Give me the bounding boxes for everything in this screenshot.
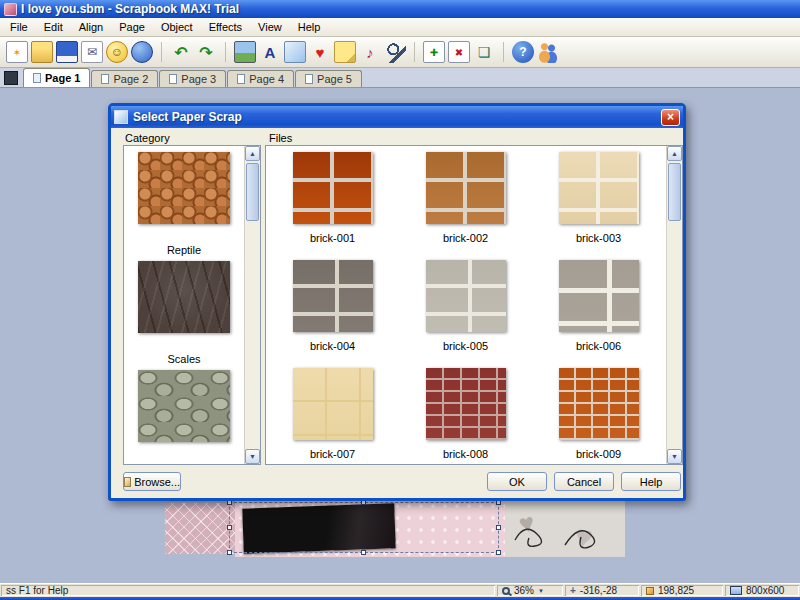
redo-icon[interactable]: ↷ xyxy=(195,41,217,63)
new-document-icon[interactable]: ✶ xyxy=(6,41,28,63)
resolution-value: 800x600 xyxy=(746,585,784,596)
browse-button[interactable]: Browse... xyxy=(123,472,181,491)
menu-item[interactable]: Page xyxy=(111,19,153,35)
file-item[interactable]: brick-007 xyxy=(266,366,399,464)
file-name: brick-007 xyxy=(310,448,355,460)
file-item[interactable]: brick-009 xyxy=(532,366,665,464)
page-tab[interactable]: Page 5 xyxy=(295,70,362,87)
page-tab[interactable]: Page 3 xyxy=(159,70,226,87)
page-tab[interactable]: Page 2 xyxy=(91,70,158,87)
scrollbar-track[interactable] xyxy=(245,161,260,449)
page-tab[interactable]: Page 1 xyxy=(23,68,90,87)
scrollbar-track[interactable] xyxy=(667,161,682,449)
ok-button[interactable]: OK xyxy=(487,472,547,491)
category-thumbnail[interactable] xyxy=(138,370,230,442)
menu-item[interactable]: Effects xyxy=(201,19,250,35)
embellishment-icon[interactable]: ♥ xyxy=(309,41,331,63)
page-tab-label: Page 1 xyxy=(45,72,80,84)
menu-item[interactable]: Align xyxy=(71,19,111,35)
category-item[interactable] xyxy=(124,364,244,464)
selection-handle[interactable] xyxy=(361,550,366,555)
file-item[interactable]: brick-008 xyxy=(399,366,532,464)
help-icon[interactable]: ? xyxy=(512,41,534,63)
category-thumbnail[interactable] xyxy=(138,261,230,333)
category-item[interactable]: Scales xyxy=(124,255,244,364)
selection-handle[interactable] xyxy=(496,525,501,530)
page-tab[interactable]: Page 4 xyxy=(227,70,294,87)
file-thumbnail[interactable] xyxy=(426,368,506,440)
page-tab-label: Page 5 xyxy=(317,73,352,85)
dialog-body: Category Files Reptile Scales xyxy=(111,128,683,501)
open-folder-icon[interactable] xyxy=(31,41,53,63)
menu-item[interactable]: Edit xyxy=(36,19,71,35)
undo-icon[interactable]: ↶ xyxy=(170,41,192,63)
app-icon xyxy=(4,3,17,16)
menu-item[interactable]: Help xyxy=(290,19,329,35)
selection-handle[interactable] xyxy=(227,550,232,555)
status-zoom[interactable]: 36% ▼ xyxy=(497,585,563,596)
dialog-titlebar[interactable]: Select Paper Scrap × xyxy=(111,106,683,128)
delete-page-icon[interactable]: ✖ xyxy=(448,41,470,63)
page-list-icon[interactable] xyxy=(4,71,18,85)
scrapbook-page-content[interactable] xyxy=(165,500,625,557)
scroll-up-icon[interactable]: ▲ xyxy=(245,146,260,161)
publish-icon[interactable] xyxy=(131,41,153,63)
category-scrollbar[interactable]: ▲ ▼ xyxy=(244,146,260,464)
selection-handle[interactable] xyxy=(496,550,501,555)
zoom-dropdown-icon[interactable]: ▼ xyxy=(538,588,544,594)
text-icon[interactable]: A xyxy=(259,41,281,63)
menu-item[interactable]: View xyxy=(250,19,290,35)
file-thumbnail[interactable] xyxy=(293,152,373,224)
scrollbar-thumb[interactable] xyxy=(246,163,259,221)
files-scrollbar[interactable]: ▲ ▼ xyxy=(666,146,682,464)
file-thumbnail[interactable] xyxy=(293,260,373,332)
selection-box[interactable] xyxy=(229,502,499,553)
cancel-button[interactable]: Cancel xyxy=(554,472,614,491)
note-icon[interactable] xyxy=(334,41,356,63)
add-page-icon[interactable]: ✚ xyxy=(423,41,445,63)
workspace-canvas[interactable]: Select Paper Scrap × Category Files Rept… xyxy=(0,88,800,583)
cursor-coords: -316,-28 xyxy=(580,585,617,596)
category-thumbnail[interactable] xyxy=(138,152,230,224)
category-list[interactable]: Reptile Scales ▲ xyxy=(123,145,261,465)
file-item[interactable]: brick-001 xyxy=(266,150,399,258)
users-icon[interactable] xyxy=(537,41,559,63)
toolbar-separator xyxy=(161,42,162,62)
file-item[interactable]: brick-003 xyxy=(532,150,665,258)
search-icon[interactable] xyxy=(384,41,406,63)
file-item[interactable]: brick-006 xyxy=(532,258,665,366)
file-thumbnail[interactable] xyxy=(559,152,639,224)
music-icon[interactable]: ♪ xyxy=(359,41,381,63)
smiley-icon[interactable]: ☺ xyxy=(106,41,128,63)
scroll-down-icon[interactable]: ▼ xyxy=(245,449,260,464)
files-list[interactable]: brick-001 brick-002 brick-003 xyxy=(265,145,683,465)
file-thumbnail[interactable] xyxy=(426,260,506,332)
file-item[interactable]: brick-005 xyxy=(399,258,532,366)
help-button[interactable]: Help xyxy=(621,472,681,491)
category-name: Scales xyxy=(167,353,200,365)
scroll-down-icon[interactable]: ▼ xyxy=(667,449,682,464)
category-item[interactable]: Reptile xyxy=(124,146,244,255)
menu-item[interactable]: Object xyxy=(153,19,201,35)
duplicate-page-icon[interactable]: ❏ xyxy=(473,41,495,63)
menu-item[interactable]: File xyxy=(2,19,36,35)
save-icon[interactable] xyxy=(56,41,78,63)
file-item[interactable]: brick-002 xyxy=(399,150,532,258)
file-thumbnail[interactable] xyxy=(559,368,639,440)
file-item[interactable]: brick-004 xyxy=(266,258,399,366)
scrollbar-thumb[interactable] xyxy=(668,163,681,221)
scroll-up-icon[interactable]: ▲ xyxy=(667,146,682,161)
page-icon xyxy=(33,73,41,83)
paper-scrap-icon[interactable] xyxy=(284,41,306,63)
object-position-icon xyxy=(646,587,654,595)
email-icon[interactable]: ✉ xyxy=(81,41,103,63)
selection-handle[interactable] xyxy=(227,525,232,530)
file-thumbnail[interactable] xyxy=(426,152,506,224)
category-name: Reptile xyxy=(167,244,201,256)
file-thumbnail[interactable] xyxy=(559,260,639,332)
status-cursor-position: + -316,-28 xyxy=(565,585,639,596)
titlebar[interactable]: I love you.sbm - Scrapbook MAX! Trial xyxy=(0,0,800,18)
close-icon[interactable]: × xyxy=(661,109,680,126)
file-thumbnail[interactable] xyxy=(293,368,373,440)
photo-icon[interactable] xyxy=(234,41,256,63)
